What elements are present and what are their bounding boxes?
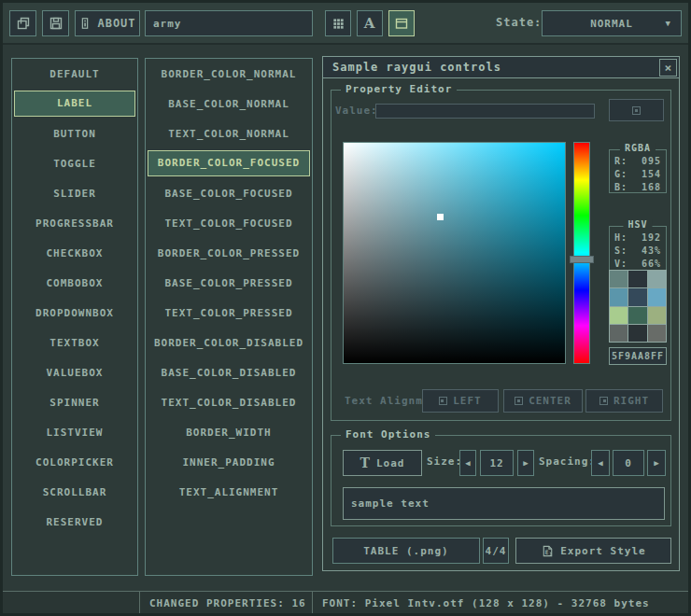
hsv-saturation-row: S: 43% (610, 245, 666, 258)
align-left-button[interactable]: LEFT (422, 389, 499, 413)
state-dropdown[interactable]: NORMAL ▼ (542, 10, 682, 36)
color-swatch[interactable] (628, 288, 646, 305)
property-item[interactable]: BORDER_COLOR_NORMAL (148, 59, 310, 89)
window-icon (394, 16, 409, 31)
control-item-default[interactable]: DEFAULT (14, 59, 135, 89)
property-item[interactable]: INNER_PADDING (148, 447, 310, 477)
control-item-listview[interactable]: LISTVIEW (14, 417, 135, 447)
text-t-icon: T (360, 456, 371, 469)
property-item[interactable]: BASE_COLOR_FOCUSED (148, 178, 310, 208)
property-item[interactable]: BASE_COLOR_DISABLED (148, 357, 310, 387)
font-mode-button[interactable]: A (357, 10, 383, 36)
value-window-button[interactable] (609, 99, 664, 121)
load-font-button[interactable]: T Load (343, 450, 422, 476)
control-item-label[interactable]: LABEL (14, 91, 135, 117)
font-options-group-label: Font Options (341, 428, 435, 441)
style-name-input[interactable] (145, 10, 313, 36)
rgba-green-row: G: 154 (610, 168, 666, 181)
align-right-button[interactable]: RIGHT (585, 389, 663, 413)
size-value-box[interactable]: 12 (480, 450, 514, 476)
open-style-button[interactable] (9, 10, 36, 36)
sample-window-titlebar[interactable]: Sample raygui controls (323, 57, 679, 78)
control-item-toggle[interactable]: TOGGLE (14, 148, 135, 178)
rguistyler-window: ABOUT A State: NORMAL ▼ (0, 0, 691, 616)
toolbar: ABOUT A State: NORMAL ▼ (0, 0, 691, 45)
color-swatch[interactable] (648, 288, 666, 305)
blue-value: 168 (642, 181, 661, 194)
color-swatch[interactable] (610, 307, 628, 324)
control-item-dropdownbox[interactable]: DROPDOWNBOX (14, 298, 135, 328)
spacing-value-box[interactable]: 0 (613, 450, 644, 476)
size-increment-button[interactable]: ▶ (517, 450, 534, 476)
pages-value: 4/4 (486, 545, 507, 557)
color-swatch[interactable] (628, 325, 646, 342)
hue-label: H: (614, 231, 628, 245)
color-swatch[interactable] (648, 271, 666, 287)
color-swatch[interactable] (610, 271, 628, 287)
control-item-scrollbar[interactable]: SCROLLBAR (14, 477, 135, 507)
controls-mode-button[interactable] (388, 10, 415, 36)
control-item-valuebox[interactable]: VALUEBOX (14, 357, 135, 387)
export-style-button[interactable]: E Export Style (515, 538, 671, 564)
sample-text-input[interactable] (343, 487, 665, 520)
font-options-group: Font Options T Load Size: ◀ 12 ▶ Spacing… (331, 435, 671, 526)
hex-color-input[interactable]: 5F9AA8FF (609, 347, 667, 365)
spacing-decrement-button[interactable]: ◀ (591, 450, 610, 476)
value-input[interactable] (375, 104, 595, 119)
statusbar-left (0, 591, 140, 616)
hue-slider[interactable] (573, 142, 590, 364)
color-swatch[interactable] (628, 271, 646, 287)
sample-controls-window: Sample raygui controls × Property Editor… (322, 56, 680, 571)
control-item-colorpicker[interactable]: COLORPICKER (14, 447, 135, 477)
state-dropdown-value: NORMAL (590, 18, 633, 30)
property-item[interactable]: BASE_COLOR_PRESSED (148, 268, 310, 298)
control-item-spinner[interactable]: SPINNER (14, 387, 135, 417)
control-item-reserved[interactable]: RESERVED (14, 507, 135, 537)
property-item[interactable]: BORDER_WIDTH (148, 417, 310, 447)
save-style-button[interactable] (42, 10, 69, 36)
color-swatch[interactable] (610, 325, 628, 342)
size-value: 12 (489, 457, 503, 469)
about-button-label: ABOUT (97, 17, 135, 30)
property-item[interactable]: BORDER_COLOR_DISABLED (148, 328, 310, 357)
align-center-button[interactable]: CENTER (503, 389, 583, 413)
control-item-combobox[interactable]: COMBOBOX (14, 268, 135, 298)
property-item[interactable]: TEXT_ALIGNMENT (148, 477, 310, 507)
color-swatch[interactable] (628, 307, 646, 324)
property-item[interactable]: TEXT_COLOR_PRESSED (148, 298, 310, 328)
pages-value-box[interactable]: 4/4 (483, 538, 509, 564)
control-item-button[interactable]: BUTTON (14, 119, 135, 148)
properties-list: BORDER_COLOR_NORMAL BASE_COLOR_NORMAL TE… (145, 58, 313, 576)
property-item[interactable]: BORDER_COLOR_PRESSED (148, 238, 310, 268)
close-button[interactable]: × (659, 59, 677, 77)
control-item-textbox[interactable]: TEXTBOX (14, 328, 135, 357)
property-item[interactable]: TEXT_COLOR_FOCUSED (148, 208, 310, 238)
control-item-checkbox[interactable]: CHECKBOX (14, 238, 135, 268)
size-label: Size: (427, 455, 462, 468)
align-right-icon (599, 397, 608, 405)
export-icon: E (541, 544, 555, 558)
color-saturation-value-panel[interactable] (343, 142, 566, 364)
color-cursor[interactable] (437, 214, 444, 220)
property-item[interactable]: TEXT_COLOR_DISABLED (148, 387, 310, 417)
property-editor-group: Property Editor Value: RGBA R: 095 G: (331, 90, 671, 421)
size-decrement-button[interactable]: ◀ (459, 450, 476, 476)
svg-text:E: E (545, 548, 550, 554)
property-item[interactable]: TEXT_COLOR_NORMAL (148, 119, 310, 148)
table-png-button[interactable]: TABLE (.png) (332, 538, 480, 564)
grid-mode-button[interactable] (325, 10, 351, 36)
control-item-slider[interactable]: SLIDER (14, 178, 135, 208)
color-swatch[interactable] (610, 288, 628, 305)
property-item-selected[interactable]: BORDER_COLOR_FOCUSED (148, 150, 310, 176)
control-item-progressbar[interactable]: PROGRESSBAR (14, 208, 135, 238)
arrow-left-icon: ◀ (598, 458, 602, 468)
color-swatch[interactable] (648, 307, 666, 324)
spacing-increment-button[interactable]: ▶ (647, 450, 666, 476)
color-swatch[interactable] (648, 325, 666, 342)
about-button[interactable]: ABOUT (75, 10, 140, 36)
red-value: 095 (642, 155, 661, 168)
value-label: Value: (335, 105, 378, 117)
property-item[interactable]: BASE_COLOR_NORMAL (148, 89, 310, 119)
rgba-blue-row: B: 168 (610, 181, 666, 194)
hue-slider-handle[interactable] (570, 256, 594, 263)
